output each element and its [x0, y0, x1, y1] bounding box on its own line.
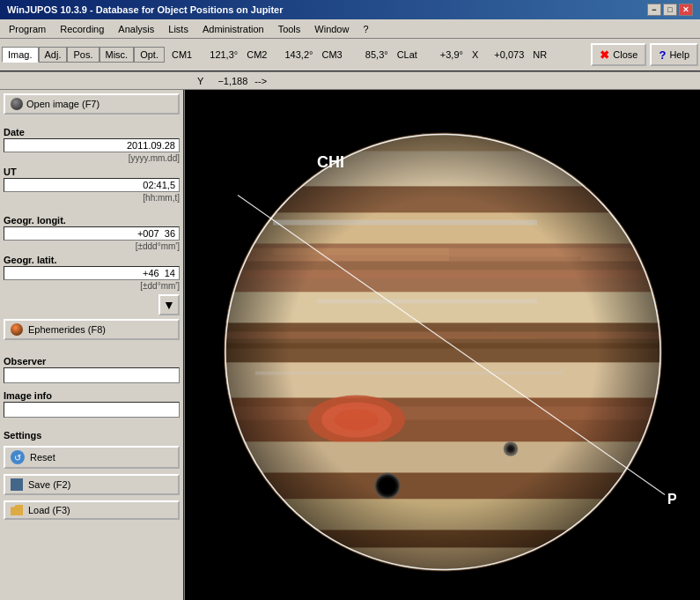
toolbar: Imag. Adj. Pos. Misc. Opt. CM1 121,3° CM… — [0, 39, 700, 72]
longit-label: Geogr. longit. — [4, 215, 180, 226]
ut-label: UT — [4, 167, 180, 177]
ephem-icon — [11, 323, 23, 336]
menu-program[interactable]: Program — [2, 20, 53, 38]
floppy-icon — [11, 478, 23, 491]
menu-lists[interactable]: Lists — [161, 20, 195, 38]
longit-field-group: Geogr. longit. [±ddd°mm'] — [4, 215, 180, 251]
toolbar-right: ✖ Close ? Help — [591, 43, 698, 66]
longit-hint: [±ddd°mm'] — [4, 241, 180, 251]
close-button[interactable]: ✖ Close — [591, 43, 646, 66]
tab-pos[interactable]: Pos. — [67, 47, 99, 63]
menu-help[interactable]: ? — [356, 20, 375, 38]
arrow-label: --> — [253, 76, 269, 86]
tab-misc[interactable]: Misc. — [99, 47, 135, 63]
cm2-label: CM2 — [245, 49, 269, 60]
ut-hint: [hh:mm,t] — [4, 193, 180, 203]
tab-bar: Imag. Adj. Pos. Misc. Opt. — [2, 47, 165, 63]
ut-input[interactable] — [4, 178, 180, 192]
cm1-value: 121,3° — [197, 49, 241, 60]
help-button[interactable]: ? Help — [650, 43, 698, 66]
latit-hint: [±dd°mm'] — [4, 281, 180, 291]
y-value: −1,188 — [207, 76, 251, 86]
window-title: WinJUPOS 10.3.9 - Database for Object Po… — [7, 4, 283, 15]
save-button[interactable]: Save (F2) — [4, 474, 180, 495]
x-icon: ✖ — [600, 48, 609, 62]
minimize-button[interactable]: − — [647, 4, 661, 16]
cm3-value: 85,3° — [348, 49, 392, 60]
image-info-label: Image info — [4, 390, 180, 401]
main-area: Open image (F7) Date [yyyy.mm.dd] UT [hh… — [0, 90, 700, 600]
observer-label: Observer — [4, 356, 180, 367]
ephemerides-button[interactable]: Ephemerides (F8) — [4, 319, 180, 340]
tab-opt[interactable]: Opt. — [134, 47, 165, 63]
x-value: +0,073 — [483, 49, 527, 60]
close-label: Close — [613, 49, 637, 60]
date-field-group: Date [yyyy.mm.dd] — [4, 127, 180, 163]
help-label: Help — [669, 49, 689, 60]
tab-imag[interactable]: Imag. — [2, 47, 39, 63]
menu-bar: Program Recording Analysis Lists Adminis… — [0, 19, 700, 39]
menu-window[interactable]: Window — [307, 20, 356, 38]
date-label: Date — [4, 127, 180, 137]
svg-rect-32 — [255, 372, 564, 375]
svg-rect-30 — [273, 220, 537, 226]
reset-button[interactable]: ↺ Reset — [4, 446, 180, 469]
menu-recording[interactable]: Recording — [53, 20, 111, 38]
reset-label: Reset — [30, 452, 55, 463]
latit-field-group: Geogr. latit. [±dd°mm'] — [4, 255, 180, 291]
image-info-input[interactable] — [4, 402, 180, 418]
longit-input[interactable] — [4, 226, 180, 241]
y-label: Y — [195, 76, 205, 86]
chevron-down-icon: ▼ — [163, 298, 175, 312]
left-panel: Open image (F7) Date [yyyy.mm.dd] UT [hh… — [0, 90, 185, 600]
latit-input[interactable] — [4, 266, 180, 280]
settings-label: Settings — [4, 430, 180, 441]
latit-label: Geogr. latit. — [4, 255, 180, 265]
nr-label: NR — [531, 49, 549, 60]
cm2-value: 143,2° — [272, 49, 316, 60]
question-icon: ? — [659, 48, 666, 62]
image-panel: N P CHI — [185, 90, 700, 600]
x-label: X — [470, 49, 480, 60]
menu-tools[interactable]: Tools — [271, 20, 308, 38]
observer-field-group: Observer — [4, 352, 180, 383]
observer-input[interactable] — [4, 367, 180, 383]
image-info-field-group: Image info — [4, 387, 180, 418]
cm3-label: CM3 — [320, 49, 343, 60]
open-image-button[interactable]: Open image (F7) — [4, 93, 180, 115]
svg-rect-31 — [317, 300, 537, 304]
save-label: Save (F2) — [28, 479, 70, 490]
close-button[interactable]: ✕ — [679, 4, 693, 16]
reset-icon: ↺ — [11, 450, 25, 464]
folder-icon — [11, 505, 23, 515]
toolbar2: Y −1,188 --> — [0, 72, 700, 90]
menu-analysis[interactable]: Analysis — [111, 20, 161, 38]
date-hint: [yyyy.mm.dd] — [4, 153, 180, 163]
title-bar-controls: − □ ✕ — [647, 4, 693, 16]
svg-point-29 — [225, 134, 661, 571]
svg-point-35 — [379, 478, 396, 495]
coord-info: CM1 121,3° CM2 143,2° CM3 85,3° CLat +3,… — [170, 49, 549, 60]
svg-point-39 — [508, 447, 513, 452]
clat-value: +3,9° — [423, 49, 467, 60]
title-bar: WinJUPOS 10.3.9 - Database for Object Po… — [0, 0, 700, 19]
maximize-button[interactable]: □ — [663, 4, 677, 16]
chi-label: CHI — [317, 153, 344, 171]
jupiter-view[interactable]: N P CHI — [185, 90, 700, 600]
date-input[interactable] — [4, 138, 180, 152]
south-label: P — [667, 492, 677, 507]
image-icon — [11, 98, 23, 110]
clat-label: CLat — [395, 49, 419, 60]
tab-adj[interactable]: Adj. — [39, 47, 68, 63]
ut-field-group: UT [hh:mm,t] — [4, 167, 180, 203]
load-label: Load (F3) — [28, 505, 70, 515]
cm1-label: CM1 — [170, 49, 194, 60]
open-image-label: Open image (F7) — [26, 99, 99, 109]
dropdown-button[interactable]: ▼ — [158, 294, 180, 315]
ephem-label: Ephemerides (F8) — [28, 324, 106, 335]
menu-administration[interactable]: Administration — [195, 20, 271, 38]
load-button[interactable]: Load (F3) — [4, 500, 180, 520]
